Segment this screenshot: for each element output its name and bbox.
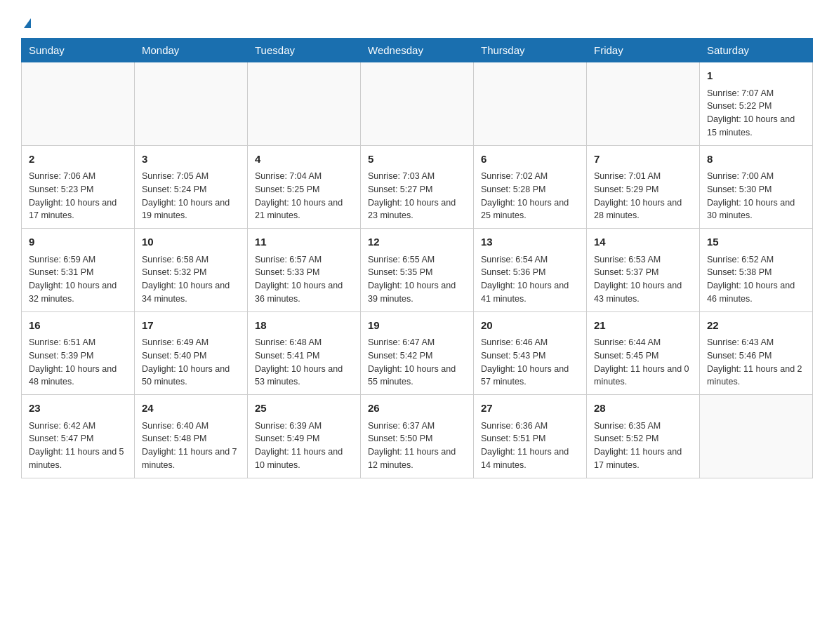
day-info-line: Daylight: 10 hours and 50 minutes.: [142, 363, 240, 389]
day-info-line: Sunrise: 7:04 AM: [255, 170, 353, 183]
day-info-line: Sunset: 5:41 PM: [255, 349, 353, 363]
day-info-line: Daylight: 10 hours and 55 minutes.: [368, 363, 466, 389]
day-number: 19: [368, 318, 466, 334]
day-info-line: Sunset: 5:30 PM: [707, 183, 805, 196]
day-info-line: Daylight: 10 hours and 32 minutes.: [29, 279, 127, 306]
day-info-line: Sunset: 5:47 PM: [29, 432, 127, 445]
calendar-week-row-1: 1Sunrise: 7:07 AMSunset: 5:22 PMDaylight…: [22, 62, 813, 146]
calendar-cell: 24Sunrise: 6:40 AMSunset: 5:48 PMDayligh…: [135, 395, 248, 478]
day-info-line: Daylight: 10 hours and 19 minutes.: [142, 196, 240, 223]
day-info-line: Sunrise: 6:46 AM: [481, 336, 579, 349]
calendar-cell: 3Sunrise: 7:05 AMSunset: 5:24 PMDaylight…: [135, 145, 248, 229]
day-info-line: Sunrise: 6:40 AM: [142, 420, 240, 433]
calendar-cell: 21Sunrise: 6:44 AMSunset: 5:45 PMDayligh…: [587, 311, 700, 395]
day-number: 13: [481, 234, 579, 250]
day-info-line: Sunset: 5:39 PM: [29, 349, 127, 363]
day-info-line: Sunrise: 6:36 AM: [481, 420, 579, 433]
calendar-cell: 20Sunrise: 6:46 AMSunset: 5:43 PMDayligh…: [474, 311, 587, 395]
day-info-line: Daylight: 11 hours and 17 minutes.: [594, 445, 692, 472]
day-number: 2: [29, 152, 127, 168]
day-info-line: Sunrise: 6:57 AM: [255, 253, 353, 267]
day-info-line: Daylight: 10 hours and 39 minutes.: [368, 279, 466, 306]
day-info-line: Sunset: 5:40 PM: [142, 349, 240, 363]
day-info-line: Daylight: 10 hours and 36 minutes.: [255, 279, 353, 306]
day-info-line: Sunrise: 7:01 AM: [594, 170, 692, 183]
day-number: 24: [142, 401, 240, 417]
day-info-line: Daylight: 10 hours and 41 minutes.: [481, 279, 579, 306]
day-info-line: Sunset: 5:32 PM: [142, 266, 240, 279]
calendar-cell: 1Sunrise: 7:07 AMSunset: 5:22 PMDaylight…: [700, 62, 813, 146]
day-info-line: Sunrise: 6:37 AM: [368, 420, 466, 433]
calendar-cell: 28Sunrise: 6:35 AMSunset: 5:52 PMDayligh…: [587, 395, 700, 478]
day-info-line: Daylight: 10 hours and 21 minutes.: [255, 196, 353, 223]
calendar-cell: 6Sunrise: 7:02 AMSunset: 5:28 PMDaylight…: [474, 145, 587, 229]
day-info-line: Sunrise: 6:54 AM: [481, 253, 579, 267]
logo: [21, 14, 31, 31]
day-info-line: Sunset: 5:28 PM: [481, 183, 579, 196]
calendar-cell: [22, 62, 135, 146]
calendar-cell: [135, 62, 248, 146]
day-info-line: Sunrise: 7:07 AM: [707, 87, 805, 100]
day-info-line: Daylight: 10 hours and 43 minutes.: [594, 279, 692, 306]
day-info-line: Sunrise: 6:35 AM: [594, 420, 692, 433]
calendar-header-friday: Friday: [587, 39, 700, 62]
calendar-cell: 25Sunrise: 6:39 AMSunset: 5:49 PMDayligh…: [248, 395, 361, 478]
calendar-table: SundayMondayTuesdayWednesdayThursdayFrid…: [21, 38, 813, 478]
day-info-line: Daylight: 10 hours and 17 minutes.: [29, 196, 127, 223]
day-number: 7: [594, 152, 692, 168]
calendar-cell: 27Sunrise: 6:36 AMSunset: 5:51 PMDayligh…: [474, 395, 587, 478]
calendar-week-row-3: 9Sunrise: 6:59 AMSunset: 5:31 PMDaylight…: [22, 229, 813, 312]
day-number: 27: [481, 401, 579, 417]
day-info-line: Sunset: 5:50 PM: [368, 432, 466, 445]
day-number: 25: [255, 401, 353, 417]
calendar-header-wednesday: Wednesday: [361, 39, 474, 62]
day-number: 8: [707, 152, 805, 168]
day-info-line: Sunrise: 6:55 AM: [368, 253, 466, 267]
calendar-cell: 2Sunrise: 7:06 AMSunset: 5:23 PMDaylight…: [22, 145, 135, 229]
calendar-header-tuesday: Tuesday: [248, 39, 361, 62]
day-number: 4: [255, 152, 353, 168]
calendar-cell: 7Sunrise: 7:01 AMSunset: 5:29 PMDaylight…: [587, 145, 700, 229]
day-number: 15: [707, 234, 805, 250]
day-info-line: Daylight: 10 hours and 57 minutes.: [481, 363, 579, 389]
calendar-cell: 16Sunrise: 6:51 AMSunset: 5:39 PMDayligh…: [22, 311, 135, 395]
day-info-line: Sunset: 5:49 PM: [255, 432, 353, 445]
calendar-week-row-4: 16Sunrise: 6:51 AMSunset: 5:39 PMDayligh…: [22, 311, 813, 395]
day-info-line: Daylight: 10 hours and 34 minutes.: [142, 279, 240, 306]
calendar-cell: 4Sunrise: 7:04 AMSunset: 5:25 PMDaylight…: [248, 145, 361, 229]
day-info-line: Sunset: 5:42 PM: [368, 349, 466, 363]
day-info-line: Daylight: 11 hours and 7 minutes.: [142, 445, 240, 472]
day-info-line: Daylight: 11 hours and 12 minutes.: [368, 445, 466, 472]
logo-triangle-icon: [24, 18, 31, 28]
calendar-cell: 8Sunrise: 7:00 AMSunset: 5:30 PMDaylight…: [700, 145, 813, 229]
day-info-line: Sunset: 5:31 PM: [29, 266, 127, 279]
day-number: 20: [481, 318, 579, 334]
calendar-cell: [474, 62, 587, 146]
page-header: [21, 14, 813, 31]
day-info-line: Sunset: 5:25 PM: [255, 183, 353, 196]
day-info-line: Daylight: 11 hours and 2 minutes.: [707, 363, 805, 389]
day-info-line: Sunrise: 6:58 AM: [142, 253, 240, 267]
day-info-line: Daylight: 11 hours and 0 minutes.: [594, 363, 692, 389]
day-number: 12: [368, 234, 466, 250]
day-info-line: Sunrise: 6:59 AM: [29, 253, 127, 267]
calendar-header-thursday: Thursday: [474, 39, 587, 62]
day-number: 23: [29, 401, 127, 417]
day-info-line: Sunrise: 6:47 AM: [368, 336, 466, 349]
day-info-line: Daylight: 11 hours and 5 minutes.: [29, 445, 127, 472]
calendar-cell: 10Sunrise: 6:58 AMSunset: 5:32 PMDayligh…: [135, 229, 248, 312]
calendar-week-row-2: 2Sunrise: 7:06 AMSunset: 5:23 PMDaylight…: [22, 145, 813, 229]
day-info-line: Daylight: 10 hours and 53 minutes.: [255, 363, 353, 389]
day-info-line: Sunrise: 7:06 AM: [29, 170, 127, 183]
day-info-line: Daylight: 10 hours and 15 minutes.: [707, 113, 805, 140]
day-info-line: Sunrise: 6:48 AM: [255, 336, 353, 349]
calendar-header-sunday: Sunday: [22, 39, 135, 62]
calendar-cell: [700, 395, 813, 478]
day-info-line: Sunset: 5:45 PM: [594, 349, 692, 363]
calendar-header-row: SundayMondayTuesdayWednesdayThursdayFrid…: [22, 39, 813, 62]
day-info-line: Sunrise: 6:49 AM: [142, 336, 240, 349]
day-info-line: Sunrise: 7:03 AM: [368, 170, 466, 183]
day-number: 9: [29, 234, 127, 250]
day-info-line: Daylight: 10 hours and 23 minutes.: [368, 196, 466, 223]
calendar-cell: 11Sunrise: 6:57 AMSunset: 5:33 PMDayligh…: [248, 229, 361, 312]
